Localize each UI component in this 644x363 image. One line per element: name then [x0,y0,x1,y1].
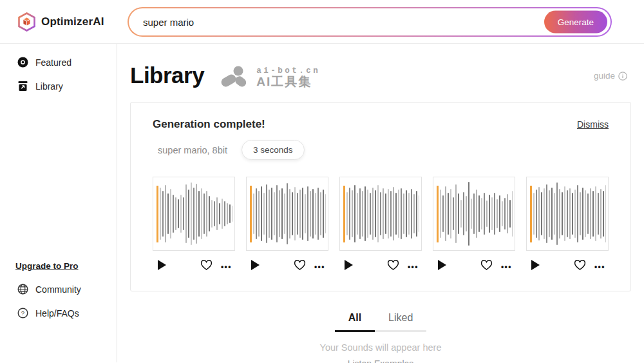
waveform-tile[interactable] [339,177,422,251]
waveform [160,177,232,250]
more-options-button[interactable]: ••• [501,259,512,271]
watermark: ai-bot.cn AI工具集 [221,66,320,90]
sound-tile: ••• [433,177,515,271]
prompt-summary: super mario, 8bit [158,145,227,155]
play-button[interactable] [251,260,260,270]
watermark-cjk: AI工具集 [256,75,320,89]
like-button[interactable] [387,259,399,271]
sidebar-item-label: Featured [35,57,71,68]
tile-controls: ••• [526,259,609,271]
info-icon [618,72,627,81]
playhead-marker [156,186,158,242]
tile-controls: ••• [339,259,422,271]
heart-icon [294,259,306,271]
listen-examples-link[interactable]: Listen Examples [348,358,414,363]
play-button[interactable] [531,260,540,270]
heart-icon [200,259,213,271]
playhead-marker [250,186,252,242]
library-tabs: All Liked [345,312,417,330]
sidebar-spacer [0,98,117,256]
more-options-button[interactable]: ••• [408,259,419,271]
featured-disc-icon [17,57,28,68]
like-button[interactable] [200,259,213,271]
heart-icon [387,259,399,271]
sidebar-item-label: Community [35,284,81,295]
question-circle-icon: ? [17,308,28,319]
generation-status: Generation complete! [153,118,265,131]
playhead-marker [437,186,439,242]
brand-name: OptimizerAI [41,15,104,28]
svg-text:?: ? [21,309,24,317]
sound-tile: ••• [153,177,235,271]
page-title: Library [130,63,204,88]
sound-tile: ••• [339,177,422,271]
globe-icon [17,284,28,295]
sidebar: Featured Library Upgrade to Pro Communit… [0,44,117,362]
sound-tile: ••• [246,177,328,271]
sidebar-item-community[interactable]: Community [0,277,117,301]
tile-controls: ••• [433,259,515,271]
main-panel: Library ai-bot.cn AI工具集 guide [117,44,644,362]
tab-all[interactable]: All [345,312,365,330]
waveform-tile[interactable] [433,177,515,251]
dismiss-link[interactable]: Dismiss [577,119,609,130]
tab-underline-active [335,330,375,332]
brand[interactable]: OptimizerAI [18,12,104,32]
waveform [253,177,326,250]
upgrade-to-pro-link[interactable]: Upgrade to Pro [0,256,117,277]
like-button[interactable] [294,259,306,271]
sidebar-item-featured[interactable]: Featured [0,50,117,74]
library-box-icon [17,81,28,92]
sidebar-item-label: Library [35,81,63,92]
brand-logo-icon [18,12,35,32]
waveform-tile[interactable] [246,177,328,251]
tiles-row: ••••••••••••••• [153,177,609,271]
tile-controls: ••• [246,259,328,271]
sidebar-item-help[interactable]: ? Help/FAQs [0,301,117,325]
sidebar-item-label: Help/FAQs [35,308,79,319]
like-button[interactable] [574,259,586,271]
generation-card: Generation complete! Dismiss super mario… [130,102,631,291]
play-button[interactable] [345,260,353,270]
tab-underline [335,330,426,332]
waveform-tile[interactable] [153,177,235,251]
more-options-button[interactable]: ••• [221,259,232,271]
generate-button[interactable]: Generate [544,11,607,34]
tab-underline-rest [375,330,426,332]
playhead-marker [343,186,345,242]
guide-link[interactable]: guide [594,71,627,81]
guide-label: guide [594,71,615,81]
prompt-input[interactable] [129,17,611,28]
more-options-button[interactable]: ••• [314,259,325,271]
playhead-marker [530,186,532,242]
sidebar-item-library[interactable]: Library [0,74,117,98]
sound-tile: ••• [526,177,609,271]
duration-badge: 3 seconds [242,140,305,160]
waveform-tile[interactable] [526,177,609,251]
waveform [346,177,419,250]
empty-state-text: Your Sounds will appear here [320,342,442,353]
heart-icon [574,259,586,271]
play-button[interactable] [158,260,166,270]
top-header: OptimizerAI Generate [0,0,644,44]
tile-controls: ••• [153,259,235,271]
waveform [440,177,513,250]
waveform [533,177,606,250]
prompt-searchbar: Generate [128,7,612,37]
heart-icon [480,259,493,271]
watermark-logo-icon [221,66,251,90]
like-button[interactable] [480,259,493,271]
play-button[interactable] [438,260,446,270]
tab-liked[interactable]: Liked [384,312,417,330]
more-options-button[interactable]: ••• [594,259,605,271]
watermark-domain: ai-bot.cn [256,67,320,76]
